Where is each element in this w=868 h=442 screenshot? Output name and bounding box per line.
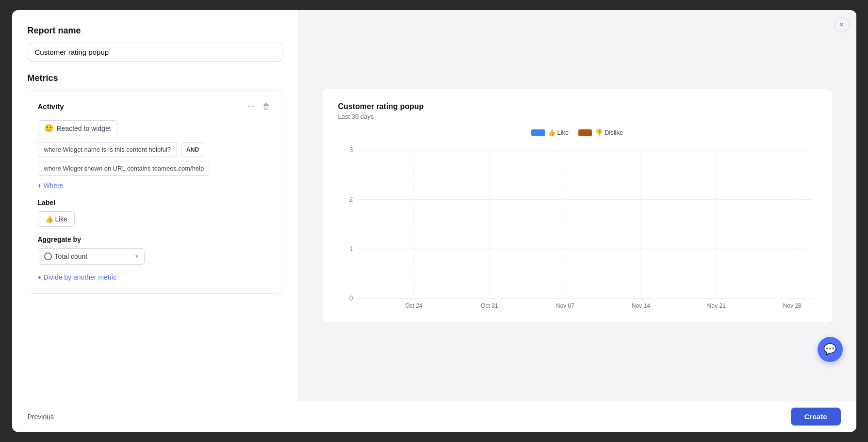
aggregate-select-button[interactable]: Total count ▾: [38, 248, 145, 265]
report-modal: Report name Metrics Activity ··· 🗑 🙂 Rea…: [12, 10, 856, 432]
modal-footer: Previous Create: [12, 401, 856, 432]
previous-button[interactable]: Previous: [28, 413, 54, 421]
report-name-label: Report name: [28, 26, 282, 36]
svg-text:3: 3: [349, 146, 352, 154]
left-panel: Report name Metrics Activity ··· 🗑 🙂 Rea…: [12, 10, 298, 401]
svg-text:Oct 24: Oct 24: [405, 302, 423, 309]
aggregate-value: Total count: [55, 253, 88, 260]
legend-dislike-label: 👎 Dislike: [595, 129, 623, 136]
legend-item-like: 👍 Like: [531, 129, 569, 136]
modal-body: Report name Metrics Activity ··· 🗑 🙂 Rea…: [12, 10, 856, 401]
like-swatch: [531, 129, 545, 136]
svg-text:Nov 28: Nov 28: [783, 302, 801, 309]
chat-fab-button[interactable]: 💬: [818, 337, 843, 362]
total-count-icon: [44, 253, 52, 260]
label-value-button[interactable]: 👍 Like: [38, 211, 75, 227]
svg-text:Nov 07: Nov 07: [556, 302, 574, 309]
chart-area: 3 2 1 0: [338, 144, 817, 309]
aggregate-select-inner: Total count: [44, 253, 88, 260]
svg-text:Nov 14: Nov 14: [631, 302, 650, 309]
delete-metric-button[interactable]: 🗑: [261, 101, 272, 112]
metric-card-header: Activity ··· 🗑: [38, 100, 272, 112]
where-conditions: where Widget name is Is this content hel…: [38, 142, 272, 176]
legend-like-label: 👍 Like: [548, 129, 569, 136]
where-row-2: where Widget shown on URL contains teame…: [38, 161, 272, 176]
smiley-icon: 🙂: [44, 124, 54, 133]
svg-text:2: 2: [349, 196, 352, 203]
metric-card: Activity ··· 🗑 🙂 Reacted to widget where…: [28, 90, 282, 294]
chevron-down-icon: ▾: [135, 253, 138, 260]
legend-item-dislike: 👎 Dislike: [578, 129, 623, 136]
divide-by-metric-button[interactable]: + Divide by another metric: [38, 273, 117, 281]
metric-card-actions: ··· 🗑: [245, 100, 272, 112]
where-condition-1-button[interactable]: where Widget name is Is this content hel…: [38, 142, 178, 157]
metrics-label: Metrics: [28, 73, 282, 83]
svg-text:1: 1: [349, 245, 352, 253]
reacted-to-widget-button[interactable]: 🙂 Reacted to widget: [38, 120, 117, 136]
chart-legend: 👍 Like 👎 Dislike: [338, 129, 817, 136]
chart-title: Customer rating popup: [338, 102, 817, 111]
create-button[interactable]: Create: [791, 408, 841, 426]
chat-icon: 💬: [823, 343, 836, 356]
reacted-label: Reacted to widget: [57, 125, 111, 132]
dislike-swatch: [578, 129, 592, 136]
activity-label: Activity: [38, 102, 64, 110]
label-section-label: Label: [38, 199, 272, 206]
svg-text:0: 0: [349, 295, 352, 302]
where-condition-2-button[interactable]: where Widget shown on URL contains teame…: [38, 161, 211, 176]
right-panel: × Customer rating popup Last 30 days 👍 L…: [298, 10, 856, 401]
add-where-button[interactable]: + Where: [38, 182, 64, 189]
chart-svg: 3 2 1 0: [338, 144, 817, 309]
chart-card: Customer rating popup Last 30 days 👍 Lik…: [323, 89, 832, 322]
svg-text:Oct 31: Oct 31: [481, 302, 498, 309]
more-options-button[interactable]: ···: [245, 100, 256, 112]
svg-text:Nov 21: Nov 21: [707, 302, 725, 309]
aggregate-by-label: Aggregate by: [38, 236, 272, 243]
and-badge: AND: [181, 142, 204, 157]
close-button[interactable]: ×: [834, 17, 850, 32]
chart-subtitle: Last 30 days: [338, 113, 817, 120]
report-name-input[interactable]: [28, 43, 282, 62]
where-row-1: where Widget name is Is this content hel…: [38, 142, 272, 157]
